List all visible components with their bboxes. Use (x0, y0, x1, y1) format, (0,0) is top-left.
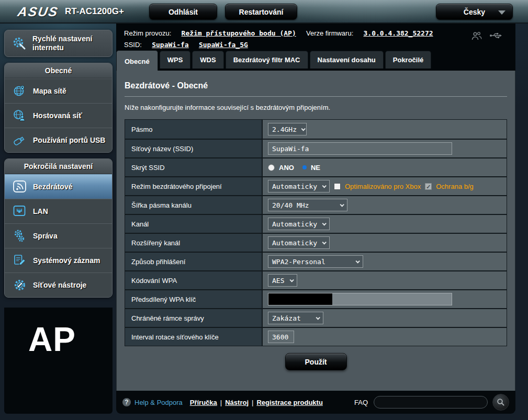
chevron-down-icon (289, 278, 294, 282)
sidebar-item-guest-network[interactable]: Hostovaná síť (5, 103, 112, 128)
tab-mac-filter[interactable]: Bezdrátový filtr MAC (226, 51, 308, 69)
band-select[interactable]: 2.4GHz (268, 123, 307, 135)
mode-label: Režim provozu: (124, 29, 171, 37)
faq-search-group: FAQ (354, 394, 509, 411)
xbox-optimized-label[interactable]: Optimalizováno pro Xbox (345, 183, 421, 190)
firmware-link[interactable]: 3.0.0.4.382_52272 (364, 29, 433, 37)
mode-link[interactable]: Režim přístupového bodu (AP) (182, 29, 296, 37)
sidebar-item-label: Rychlé nastavení internetu (32, 35, 112, 52)
logout-button[interactable]: Odhlásit (149, 4, 217, 20)
apply-row: Použít (125, 346, 507, 380)
wpa-key-input[interactable] (268, 293, 452, 305)
language-dropdown[interactable]: Česky (436, 4, 513, 20)
title-divider (125, 96, 507, 97)
table-row-wireless-mode: Režim bezdrátového připojení Automaticky… (125, 176, 507, 195)
bandwidth-select[interactable]: 20/40 MHz (268, 199, 347, 211)
network-tools-icon (10, 277, 29, 293)
clients-icon[interactable] (470, 31, 483, 42)
apply-button[interactable]: Použít (285, 353, 347, 370)
wpa-encryption-select[interactable]: AES (268, 274, 297, 287)
sidebar-item-label: Používání portů USB (33, 136, 105, 144)
help-support-link[interactable]: Help & Podpora (134, 399, 183, 406)
sidebar-item-network-tools[interactable]: Síťové nástroje (5, 273, 112, 297)
ssid-link-5g[interactable]: SupaWi-fa_5G (199, 41, 248, 49)
protected-frames-select[interactable]: Zakázat (268, 312, 323, 324)
tab-professional[interactable]: Pokročilé (385, 51, 432, 69)
sidebar-item-label: Systémový záznam (33, 256, 100, 265)
table-row-ext-channel: Rozšířený kanál Automaticky (125, 233, 507, 252)
channel-select[interactable]: Automaticky (268, 218, 330, 230)
sidebar-item-label: Hostovaná síť (33, 111, 82, 120)
table-row-wpa-key: Předsdílený WPA klíč (125, 289, 507, 308)
bg-protection-checkbox[interactable] (425, 183, 432, 190)
link-separator: | (252, 399, 253, 406)
tab-radius[interactable]: Nastavení dosahu (310, 51, 384, 69)
sidebar-item-system-log[interactable]: Systémový záznam (5, 248, 112, 273)
usb-stick-icon (10, 132, 29, 149)
tab-wds[interactable]: WDS (192, 51, 223, 69)
field-label: Šířka pásma kanálu (125, 196, 263, 214)
chevron-down-icon (322, 240, 326, 244)
tab-general[interactable]: Obecné (116, 50, 158, 71)
faq-search-button[interactable] (492, 394, 509, 411)
ssid-link-24g[interactable]: SupaWi-fa (152, 41, 188, 49)
field-label: Způsob přihlášení (125, 253, 263, 270)
ssid-input[interactable] (268, 142, 452, 155)
sidebar-section-advanced: Pokročilá nastavení Bezdrátové LAN (4, 158, 113, 298)
ssid-label: SSID: (124, 41, 142, 49)
key-rotation-input[interactable] (268, 331, 294, 343)
tab-wps[interactable]: WPS (160, 51, 191, 69)
link-separator: | (220, 399, 222, 406)
product-registration-link[interactable]: Registrace produktu (256, 399, 322, 406)
sidebar-item-network-map[interactable]: Mapa sítě (5, 78, 112, 103)
hide-ssid-yes-label[interactable]: ANO (279, 164, 294, 172)
sidebar-item-label: Mapa sítě (33, 87, 66, 95)
sidebar-item-label: Bezdrátové (33, 183, 72, 191)
redaction-overlay (268, 293, 332, 305)
sidebar-section-title: Obecné (5, 63, 112, 78)
reboot-button[interactable]: Restartování (225, 4, 297, 20)
operation-mode-line: Režim provozu: Režim přístupového bodu (… (124, 29, 433, 37)
band-select-value: 2.4GHz (272, 126, 297, 133)
table-row-ssid: Síťový název (SSID) (125, 139, 507, 157)
table-row-bandwidth: Šířka pásma kanálu 20/40 MHz (125, 195, 507, 214)
sidebar-item-label: Správa (33, 232, 58, 240)
lan-port-icon (10, 203, 29, 220)
field-label: Rozšířený kanál (125, 234, 263, 252)
field-label: Kanál (125, 215, 263, 233)
sidebar-item-usb-application[interactable]: Používání portů USB (5, 128, 112, 152)
table-row-hide-ssid: Skrýt SSID ANO NE (125, 157, 507, 176)
manual-link[interactable]: Příručka (190, 399, 217, 406)
channel-value: Automaticky (272, 220, 317, 228)
top-banner: ASUS RT-AC1200G+ Odhlásit Restartování Č… (0, 0, 528, 24)
status-icons (470, 31, 503, 42)
content-column: Režim provozu: Režim přístupového bodu (… (116, 24, 515, 414)
table-row-key-rotation: Interval rotace síťového klíče (125, 327, 507, 346)
ext-channel-select[interactable]: Automaticky (268, 236, 330, 249)
sidebar-section-title: Pokročilá nastavení (5, 159, 112, 174)
guest-network-icon (10, 107, 29, 124)
field-label: Skrýt SSID (125, 158, 263, 176)
hide-ssid-no-label[interactable]: NE (311, 164, 320, 172)
chevron-down-icon (322, 184, 326, 188)
operation-mode-badge: AP (4, 308, 113, 359)
xbox-optimized-checkbox[interactable] (334, 183, 341, 190)
page-description: Níže nakonfigurujte informace souvisejíc… (125, 104, 507, 111)
usb-status-icon[interactable] (489, 31, 503, 42)
sidebar-section-general: Obecné Mapa sítě Hostovaná (4, 63, 113, 153)
auth-method-select[interactable]: WPA2-Personal (268, 255, 363, 268)
faq-search-input[interactable] (374, 396, 488, 408)
sidebar-item-wireless[interactable]: Bezdrátové (5, 174, 112, 199)
hide-ssid-yes-radio[interactable] (268, 164, 275, 171)
wireless-mode-select[interactable]: Automaticky (268, 180, 330, 192)
wireless-icon (10, 178, 29, 195)
utility-link[interactable]: Nástroj (225, 399, 249, 406)
hide-ssid-no-radio[interactable] (302, 165, 307, 169)
sidebar-item-quick-setup[interactable]: Rychlé nastavení internetu (4, 30, 113, 57)
router-model: RT-AC1200G+ (65, 6, 124, 17)
field-label: Pásmo (125, 120, 263, 139)
sidebar-item-lan[interactable]: LAN (5, 199, 112, 223)
sidebar-item-administration[interactable]: Správa (5, 223, 112, 248)
chevron-down-icon (340, 202, 344, 207)
field-label: Síťový název (SSID) (125, 140, 263, 157)
